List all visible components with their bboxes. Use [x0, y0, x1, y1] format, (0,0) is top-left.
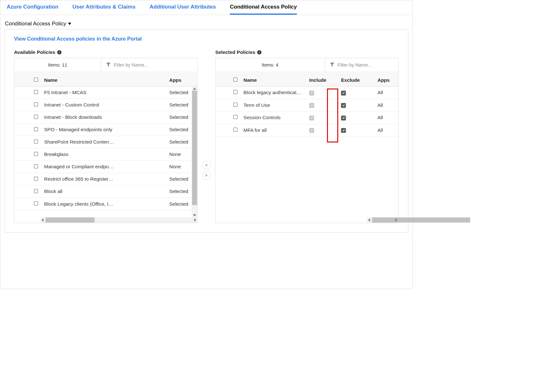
exclude-checkbox[interactable]: [341, 91, 346, 95]
hscroll-thumb[interactable]: [372, 217, 470, 222]
policy-name: Intranet - Custom Control: [44, 102, 165, 108]
horizontal-scrollbar[interactable]: [41, 217, 197, 223]
row-checkbox[interactable]: [34, 115, 38, 119]
tab-additional-user-attributes[interactable]: Additional User Attributes: [150, 3, 216, 15]
transfer-buttons: [202, 117, 211, 223]
policy-row[interactable]: F5 Intranet - MCASSelected: [14, 87, 197, 99]
scrollbar-thumb[interactable]: [192, 91, 197, 205]
scroll-left-icon[interactable]: [42, 218, 43, 222]
col-include-header[interactable]: Include: [309, 77, 337, 83]
policy-row[interactable]: Intranet - Block downloadsSelected: [14, 111, 197, 124]
policy-name: SharePoint Restricted Conten…: [44, 139, 165, 145]
policy-name: SPO - Managed endpoints only: [44, 127, 165, 132]
select-all-checkbox[interactable]: [34, 78, 38, 82]
policy-name: MFA for all: [243, 127, 306, 133]
policy-row[interactable]: Intranet - Custom ControlSelected: [14, 99, 197, 111]
scroll-left-icon[interactable]: [368, 218, 370, 222]
hscroll-thumb[interactable]: [46, 217, 95, 222]
available-items-count: Items: 11: [14, 58, 101, 72]
policy-apps: Selected: [169, 127, 193, 132]
col-apps-header[interactable]: Apps: [377, 77, 394, 83]
scroll-down-icon[interactable]: [193, 215, 196, 216]
scroll-up-icon[interactable]: [193, 88, 196, 90]
policy-apps: All: [377, 127, 394, 133]
scroll-right-icon[interactable]: [194, 218, 196, 222]
policy-row[interactable]: Session Controls All: [216, 112, 398, 124]
horizontal-scrollbar[interactable]: [367, 217, 398, 223]
row-checkbox[interactable]: [34, 152, 38, 156]
available-policies-panel: Items: 11 Name Apps: [14, 58, 197, 223]
include-checkbox[interactable]: [309, 115, 314, 120]
row-checkbox[interactable]: [34, 164, 38, 168]
policy-apps: Selected: [169, 114, 193, 120]
row-checkbox[interactable]: [34, 189, 38, 193]
selected-hscroll-row: [216, 217, 398, 223]
col-exclude-header[interactable]: Exclude: [341, 77, 374, 83]
exclude-checkbox[interactable]: [341, 103, 346, 108]
policy-row[interactable]: Block Legacy clients (Office, I…Selected: [14, 198, 197, 210]
available-filter-input[interactable]: [114, 62, 193, 68]
row-checkbox[interactable]: [233, 115, 237, 119]
selected-header-row: Name Include Exclude Apps: [216, 74, 398, 87]
vertical-scrollbar[interactable]: [192, 87, 197, 217]
row-checkbox[interactable]: [233, 90, 237, 94]
policy-row[interactable]: Term of Use All: [216, 99, 398, 111]
row-checkbox[interactable]: [34, 127, 38, 131]
caret-down-icon: [68, 22, 71, 25]
col-apps-header[interactable]: Apps: [169, 77, 193, 83]
policy-row[interactable]: MFA for all All: [216, 124, 398, 136]
policy-row[interactable]: Restrict office 365 to Register…Selected: [14, 173, 197, 185]
move-left-button[interactable]: [202, 161, 211, 169]
row-checkbox[interactable]: [233, 127, 237, 132]
policy-apps: Selected: [169, 90, 193, 95]
policy-apps: All: [377, 102, 394, 108]
policy-row[interactable]: SharePoint Restricted Conten…Selected: [14, 136, 197, 148]
col-name-header[interactable]: Name: [44, 77, 165, 83]
include-checkbox[interactable]: [309, 128, 314, 133]
policy-apps: Selected: [169, 176, 193, 182]
row-checkbox[interactable]: [34, 139, 38, 144]
selected-body: Block legacy authenticat… All Term of Us…: [216, 87, 398, 217]
info-icon[interactable]: i: [257, 50, 261, 54]
row-checkbox[interactable]: [34, 201, 38, 205]
section-header[interactable]: Conditional Access Policy: [0, 15, 413, 29]
exclude-checkbox[interactable]: [341, 115, 346, 120]
policy-row[interactable]: Managed or Compliant endpo…None: [14, 161, 197, 173]
section-title: Conditional Access Policy: [5, 21, 66, 27]
policy-apps: Selected: [169, 102, 193, 108]
available-toolbar: Items: 11: [14, 58, 197, 72]
tab-user-attributes-claims[interactable]: User Attributes & Claims: [73, 3, 136, 15]
selected-items-count: Items: 4: [216, 58, 325, 72]
row-checkbox[interactable]: [34, 102, 38, 106]
include-checkbox[interactable]: [309, 91, 314, 95]
policy-name: Restrict office 365 to Register…: [44, 176, 165, 182]
exclude-checkbox[interactable]: [341, 128, 346, 133]
tab-azure-configuration[interactable]: Azure Configuration: [7, 3, 58, 15]
policy-apps: Selected: [169, 139, 193, 145]
move-right-button[interactable]: [202, 171, 211, 180]
view-in-azure-link[interactable]: View Conditional Access policies in the …: [14, 36, 142, 42]
chevron-right-icon: [206, 174, 208, 177]
available-body: F5 Intranet - MCASSelected Intranet - Cu…: [14, 87, 197, 217]
policy-row[interactable]: BreakglassNone: [14, 148, 197, 161]
col-name-header[interactable]: Name: [243, 77, 306, 83]
policy-row[interactable]: Block allSelected: [14, 185, 197, 198]
scroll-right-icon[interactable]: [396, 218, 397, 222]
policy-apps: Selected: [169, 189, 193, 194]
available-policies-column: Available Policies i Items: 11: [14, 49, 197, 223]
tab-conditional-access-policy[interactable]: Conditional Access Policy: [230, 3, 297, 15]
selected-policies-column: Selected Policies i Items: 4: [215, 49, 399, 223]
selected-filter-input[interactable]: [338, 62, 394, 68]
select-all-checkbox[interactable]: [233, 78, 237, 82]
include-checkbox[interactable]: [309, 103, 314, 108]
info-icon[interactable]: i: [57, 50, 61, 54]
policy-row[interactable]: Block legacy authenticat… All: [216, 87, 398, 99]
row-checkbox[interactable]: [34, 90, 38, 94]
policy-row[interactable]: SPO - Managed endpoints onlySelected: [14, 124, 197, 136]
selected-policies-title: Selected Policies: [215, 49, 255, 55]
row-checkbox[interactable]: [34, 177, 38, 181]
available-hscroll-row: [14, 217, 197, 223]
policy-name: Block Legacy clients (Office, I…: [44, 201, 165, 207]
available-policies-title: Available Policies: [14, 49, 55, 55]
row-checkbox[interactable]: [233, 102, 237, 106]
